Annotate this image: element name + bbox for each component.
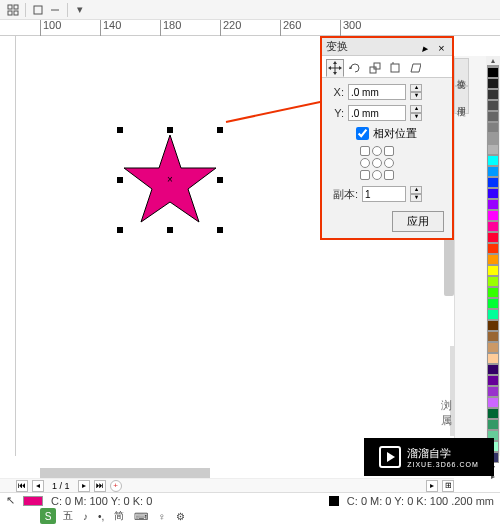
ruler-vertical xyxy=(0,36,16,456)
tab-position-icon[interactable] xyxy=(326,59,344,77)
anchor-mr[interactable] xyxy=(384,158,394,168)
handle-tm[interactable] xyxy=(167,127,173,133)
swatch[interactable] xyxy=(487,243,499,254)
docker-tabs xyxy=(322,56,452,78)
nav-right2-icon[interactable]: ⊞ xyxy=(442,480,454,492)
tab-rotate-icon[interactable] xyxy=(346,59,364,77)
swatch[interactable] xyxy=(487,166,499,177)
anchor-bl[interactable] xyxy=(360,170,370,180)
palette-up-icon[interactable]: ▴ xyxy=(486,56,500,65)
swatch[interactable] xyxy=(487,221,499,232)
handle-br[interactable] xyxy=(217,227,223,233)
swatch[interactable] xyxy=(487,331,499,342)
swatch[interactable] xyxy=(487,309,499,320)
swatch[interactable] xyxy=(487,298,499,309)
swatch-none[interactable] xyxy=(487,65,499,67)
anchor-tl[interactable] xyxy=(360,146,370,156)
extra-label1: 浏 xyxy=(441,399,452,411)
copies-spinner[interactable]: ▴▾ xyxy=(410,186,422,202)
swatch[interactable] xyxy=(487,122,499,133)
swatch[interactable] xyxy=(487,353,499,364)
outline-swatch[interactable] xyxy=(329,496,339,506)
side-tab-use[interactable]: 使用 xyxy=(454,86,469,114)
nav-first-icon[interactable]: ⏮ xyxy=(16,480,28,492)
ime-i2[interactable]: 简 xyxy=(111,509,127,523)
swatch[interactable] xyxy=(487,155,499,166)
swatch[interactable] xyxy=(487,364,499,375)
ime-logo-icon[interactable]: S xyxy=(40,508,56,524)
handle-mr[interactable] xyxy=(217,177,223,183)
swatch[interactable] xyxy=(487,320,499,331)
selected-star-shape[interactable]: × xyxy=(120,130,220,230)
swatch[interactable] xyxy=(487,111,499,122)
fill-swatch[interactable] xyxy=(23,496,43,506)
y-label: Y: xyxy=(330,107,344,119)
scrollbar-h[interactable] xyxy=(40,468,210,478)
apply-button[interactable]: 应用 xyxy=(392,211,444,232)
grid-icon[interactable] xyxy=(6,3,20,17)
swatch[interactable] xyxy=(487,265,499,276)
anchor-ml[interactable] xyxy=(360,158,370,168)
relative-checkbox[interactable] xyxy=(356,127,369,140)
anchor-tm[interactable] xyxy=(372,146,382,156)
ime-i4[interactable]: ♀ xyxy=(155,511,169,522)
x-input[interactable] xyxy=(348,84,406,100)
swatch[interactable] xyxy=(487,254,499,265)
copies-input[interactable] xyxy=(362,186,406,202)
docker-close-icon[interactable]: × xyxy=(438,42,448,52)
status-bar: ↖ C: 0 M: 100 Y: 0 K: 0 C: 0 M: 0 Y: 0 K… xyxy=(0,492,500,508)
swatch[interactable] xyxy=(487,199,499,210)
ime-i0[interactable]: ♪ xyxy=(80,511,91,522)
docker-body: X: ▴▾ Y: ▴▾ 相对位置 副本: ▴▾ xyxy=(322,78,452,238)
handle-tr[interactable] xyxy=(217,127,223,133)
swatch[interactable] xyxy=(487,177,499,188)
swatch[interactable] xyxy=(487,67,499,78)
y-input[interactable] xyxy=(348,105,406,121)
tool2-icon[interactable] xyxy=(48,3,62,17)
swatch[interactable] xyxy=(487,188,499,199)
nav-right1-icon[interactable]: ▸ xyxy=(426,480,438,492)
anchor-tr[interactable] xyxy=(384,146,394,156)
anchor-bm[interactable] xyxy=(372,170,382,180)
docker-titlebar[interactable]: 变换 ▸ × xyxy=(322,38,452,56)
swatch[interactable] xyxy=(487,342,499,353)
tab-scale-icon[interactable] xyxy=(366,59,384,77)
swatch[interactable] xyxy=(487,408,499,419)
ime-lang[interactable]: 五 xyxy=(60,509,76,523)
docker-expand-icon[interactable]: ▸ xyxy=(422,42,432,52)
handle-tl[interactable] xyxy=(117,127,123,133)
swatch[interactable] xyxy=(487,144,499,155)
swatch[interactable] xyxy=(487,375,499,386)
nav-prev-icon[interactable]: ◂ xyxy=(32,480,44,492)
swatch[interactable] xyxy=(487,78,499,89)
side-tab-transform[interactable]: 变换 xyxy=(454,58,469,86)
tab-skew-icon[interactable] xyxy=(406,59,424,77)
anchor-mm[interactable] xyxy=(372,158,382,168)
nav-last-icon[interactable]: ⏭ xyxy=(94,480,106,492)
ime-i3[interactable]: ⌨ xyxy=(131,511,151,522)
swatch[interactable] xyxy=(487,419,499,430)
tool3-icon[interactable]: ▾ xyxy=(73,3,87,17)
anchor-br[interactable] xyxy=(384,170,394,180)
nav-add-page-icon[interactable]: + xyxy=(110,480,122,492)
y-spinner[interactable]: ▴▾ xyxy=(410,105,422,121)
handle-ml[interactable] xyxy=(117,177,123,183)
x-spinner[interactable]: ▴▾ xyxy=(410,84,422,100)
swatch[interactable] xyxy=(487,232,499,243)
handle-bl[interactable] xyxy=(117,227,123,233)
handle-bm[interactable] xyxy=(167,227,173,233)
ime-i5[interactable]: ⚙ xyxy=(173,511,188,522)
swatch[interactable] xyxy=(487,386,499,397)
swatch[interactable] xyxy=(487,210,499,221)
swatch[interactable] xyxy=(487,100,499,111)
swatch[interactable] xyxy=(487,287,499,298)
swatch[interactable] xyxy=(487,133,499,144)
swatch[interactable] xyxy=(487,276,499,287)
ruler-horizontal: 100 140 180 220 260 300 xyxy=(0,20,500,36)
nav-next-icon[interactable]: ▸ xyxy=(78,480,90,492)
tool1-icon[interactable] xyxy=(31,3,45,17)
tab-size-icon[interactable] xyxy=(386,59,404,77)
swatch[interactable] xyxy=(487,397,499,408)
swatch[interactable] xyxy=(487,89,499,100)
ime-i1[interactable]: •, xyxy=(95,511,107,522)
